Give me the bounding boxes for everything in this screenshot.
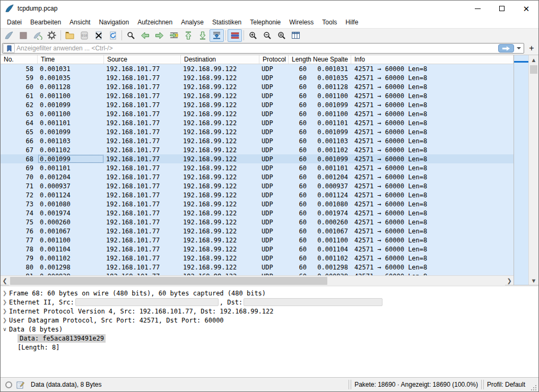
detail-tree-line[interactable]: ❯Ethernet II, Src: , Dst:	[1, 298, 538, 307]
colorize-button[interactable]	[228, 29, 242, 42]
horizontal-scroll-thumb[interactable]	[10, 277, 327, 285]
menu-aufzeichnen[interactable]: Aufzeichnen	[133, 17, 177, 28]
detail-tree-line[interactable]: ❯Internet Protocol Version 4, Src: 192.1…	[1, 307, 538, 316]
restart-capture-button[interactable]	[30, 29, 45, 42]
zoom-reset-button[interactable]	[274, 29, 289, 42]
display-filter-input[interactable]	[16, 45, 498, 52]
filter-bookmark-button[interactable]	[3, 43, 15, 53]
packet-row[interactable]: 720.001124192.168.101.77192.168.99.122UD…	[1, 190, 514, 199]
resize-grip[interactable]	[531, 385, 537, 391]
packet-row[interactable]: 580.001031192.168.101.77192.168.99.122UD…	[1, 64, 514, 73]
packet-row[interactable]: 610.001100192.168.101.77192.168.99.122UD…	[1, 91, 514, 100]
detail-tree-line[interactable]: ❯Frame 68: 60 bytes on wire (480 bits), …	[1, 289, 538, 298]
open-file-button[interactable]	[63, 29, 77, 42]
menu-bearbeiten[interactable]: Bearbeiten	[26, 17, 65, 28]
zoom-in-button[interactable]	[246, 29, 260, 42]
packet-row[interactable]: 740.001974192.168.101.77192.168.99.122UD…	[1, 208, 514, 217]
packet-row-selected[interactable]: 680.001099192.168.101.77192.168.99.122UD…	[1, 154, 514, 163]
packet-row[interactable]: 700.001204192.168.101.77192.168.99.122UD…	[1, 172, 514, 181]
packet-row[interactable]: 760.001067192.168.101.77192.168.99.122UD…	[1, 227, 514, 236]
packet-row[interactable]: 640.001101192.168.101.77192.168.99.122UD…	[1, 118, 514, 127]
packet-row[interactable]: 780.001104192.168.101.77192.168.99.122UD…	[1, 245, 514, 254]
save-file-button[interactable]: 010	[77, 29, 91, 42]
column-header-neue-spalte[interactable]: Neue Spalte	[310, 55, 351, 64]
menu-ansicht[interactable]: Ansicht	[65, 17, 94, 28]
go-first-packet-button[interactable]	[181, 29, 195, 42]
arrow-left-icon	[141, 32, 150, 39]
cell-time: 0.001035	[38, 73, 104, 82]
packet-row[interactable]: 590.001035192.168.101.77192.168.99.122UD…	[1, 73, 514, 82]
detail-tree-line[interactable]: Data: fe5aca8139491e29	[1, 334, 538, 343]
cell-dst: 192.168.99.122	[181, 272, 259, 275]
scroll-left-icon[interactable]: ❮	[1, 276, 9, 285]
menu-telephonie[interactable]: Telephonie	[246, 17, 285, 28]
maximize-button[interactable]	[490, 1, 514, 16]
packet-row[interactable]: 660.001103192.168.101.77192.168.99.122UD…	[1, 136, 514, 145]
column-header-protocol[interactable]: Protocol	[259, 55, 289, 64]
add-filter-button[interactable]: +	[526, 43, 537, 54]
detail-tree-line[interactable]: ❯User Datagram Protocol, Src Port: 42571…	[1, 316, 538, 325]
menu-analyse[interactable]: Analyse	[177, 17, 208, 28]
column-header-no[interactable]: No.	[1, 55, 38, 64]
intelligent-scrollbar-minimap[interactable]	[514, 55, 528, 285]
start-capture-button[interactable]	[2, 29, 16, 42]
auto-scroll-button[interactable]	[210, 29, 224, 42]
packet-row[interactable]: 630.001100192.168.101.77192.168.99.122UD…	[1, 109, 514, 118]
capture-options-button[interactable]	[45, 29, 59, 42]
detail-tree-line[interactable]: ∨Data (8 bytes)	[1, 325, 538, 334]
profile-status[interactable]: Profil: Default	[487, 381, 525, 388]
packet-row[interactable]: 710.000937192.168.101.77192.168.99.122UD…	[1, 181, 514, 190]
cell-info: 42571 → 60000 Len=8	[351, 127, 514, 136]
packet-row[interactable]: 620.001099192.168.101.77192.168.99.122UD…	[1, 100, 514, 109]
packet-row[interactable]: 690.001101192.168.101.77192.168.99.122UD…	[1, 163, 514, 172]
packet-row[interactable]: 770.001100192.168.101.77192.168.99.122UD…	[1, 236, 514, 245]
packet-row[interactable]: 670.001102192.168.101.77192.168.99.122UD…	[1, 145, 514, 154]
packet-row[interactable]: 790.001102192.168.101.77192.168.99.122UD…	[1, 254, 514, 263]
close-file-button[interactable]	[91, 29, 106, 42]
menu-statistiken[interactable]: Statistiken	[208, 17, 246, 28]
menu-hilfe[interactable]: Hilfe	[341, 17, 362, 28]
packet-row[interactable]: 730.001080192.168.101.77192.168.99.122UD…	[1, 199, 514, 208]
scroll-down-icon[interactable]: ▼	[529, 276, 538, 285]
packet-row[interactable]: 600.001128192.168.101.77192.168.99.122UD…	[1, 82, 514, 91]
go-last-packet-button[interactable]	[195, 29, 210, 42]
resize-columns-button[interactable]	[289, 29, 303, 42]
filter-dropdown-button[interactable]	[515, 43, 523, 53]
scroll-right-icon[interactable]: ❯	[505, 276, 514, 285]
column-header-info[interactable]: Info	[351, 55, 514, 64]
vertical-scrollbar[interactable]: ▲ ▼	[528, 55, 538, 285]
reload-file-button[interactable]	[106, 29, 120, 42]
cell-proto: UDP	[259, 199, 289, 208]
column-header-destination[interactable]: Destination	[181, 55, 259, 64]
capture-comment-icon[interactable]	[16, 381, 24, 389]
zoom-out-button[interactable]	[260, 29, 274, 42]
menu-navigation[interactable]: Navigation	[94, 17, 133, 28]
column-header-time[interactable]: Time	[38, 55, 104, 64]
menu-tools[interactable]: Tools	[318, 17, 341, 28]
menu-wireless[interactable]: Wireless	[285, 17, 318, 28]
minimize-button[interactable]	[465, 1, 490, 16]
go-forward-button[interactable]	[152, 29, 167, 42]
display-filter-field[interactable]	[2, 43, 524, 54]
close-button[interactable]: ✕	[514, 1, 538, 16]
column-header-source[interactable]: Source	[104, 55, 181, 64]
packet-row[interactable]: 800.001298192.168.101.77192.168.99.122UD…	[1, 263, 514, 272]
go-to-packet-button[interactable]	[167, 29, 181, 42]
horizontal-scrollbar[interactable]: ❮ ❯	[1, 275, 514, 285]
cell-dst: 192.168.99.122	[181, 208, 259, 217]
detail-tree-line[interactable]: [Length: 8]	[1, 343, 538, 352]
go-back-button[interactable]	[138, 29, 152, 42]
column-header-length[interactable]: Length	[289, 55, 310, 64]
cell-src: 192.168.101.77	[104, 181, 181, 190]
scroll-up-icon[interactable]: ▲	[529, 55, 538, 64]
packet-row[interactable]: 650.001099192.168.101.77192.168.99.122UD…	[1, 127, 514, 136]
packet-row[interactable]: 810.000838192.168.101.77192.168.99.122UD…	[1, 272, 514, 275]
stop-capture-button[interactable]	[16, 29, 30, 42]
apply-filter-button[interactable]	[498, 44, 514, 53]
cell-proto: UDP	[259, 73, 289, 82]
vertical-scroll-thumb[interactable]	[530, 65, 537, 74]
expert-info-icon[interactable]	[5, 381, 12, 388]
packet-row[interactable]: 750.000260192.168.101.77192.168.99.122UD…	[1, 217, 514, 227]
menu-datei[interactable]: Datei	[3, 17, 26, 28]
find-packet-button[interactable]	[124, 29, 138, 42]
